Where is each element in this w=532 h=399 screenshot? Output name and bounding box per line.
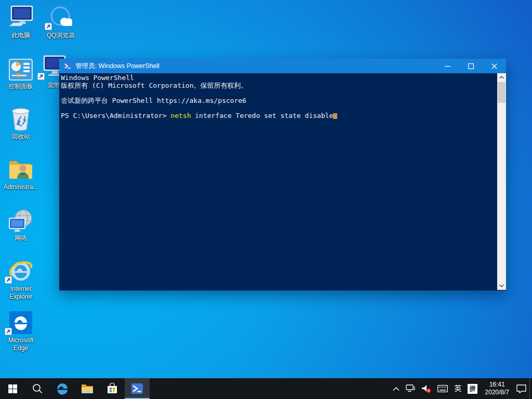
close-button[interactable] bbox=[483, 59, 506, 73]
windows-logo-icon bbox=[8, 384, 17, 393]
microsoft-edge-icon bbox=[1, 309, 41, 335]
console-scrollbar[interactable] bbox=[497, 73, 506, 290]
chevron-up-icon bbox=[393, 387, 400, 391]
clock-time: 16:41 bbox=[485, 381, 509, 389]
shortcut-arrow-icon bbox=[45, 23, 52, 30]
console-output[interactable]: Windows PowerShell 版权所有 (C) Microsoft Co… bbox=[59, 73, 506, 290]
console-line: 尝试新的跨平台 PowerShell https://aka.ms/pscore… bbox=[61, 97, 496, 105]
user-folder-icon bbox=[1, 156, 41, 182]
ime-mode-button[interactable]: 拼 bbox=[464, 378, 481, 399]
scroll-up-icon bbox=[499, 76, 504, 79]
powershell-icon bbox=[63, 62, 72, 70]
network-tray-button[interactable] bbox=[403, 378, 418, 399]
desktop-icon-qq-browser[interactable]: QQ浏览器 bbox=[41, 4, 81, 39]
desktop-icon-label: 此电脑 bbox=[1, 32, 41, 39]
taskbar-clock[interactable]: 16:41 2020/8/7 bbox=[481, 381, 513, 396]
console-line bbox=[61, 104, 496, 112]
language-indicator[interactable]: 英 bbox=[451, 378, 464, 399]
volume-muted-icon bbox=[421, 384, 431, 393]
ime-mode-label: 拼 bbox=[468, 384, 477, 394]
clock-date: 2020/8/7 bbox=[485, 389, 509, 396]
desktop-icon-recycle-bin[interactable]: 回收站 bbox=[1, 105, 41, 141]
taskbar-powershell-button[interactable] bbox=[125, 378, 150, 399]
taskbar-file-explorer-button[interactable] bbox=[75, 378, 100, 399]
window-title: 管理员: Windows PowerShell bbox=[75, 62, 436, 71]
system-tray: 英 拼 16:41 2020/8/7 bbox=[390, 378, 532, 399]
scroll-up-button[interactable] bbox=[497, 73, 506, 82]
desktop-icon-this-pc[interactable]: 此电脑 bbox=[1, 4, 41, 39]
shortcut-arrow-icon bbox=[5, 276, 12, 284]
shortcut-arrow-icon bbox=[37, 73, 45, 80]
prompt-prefix: PS C:\Users\Administrator> bbox=[61, 112, 170, 119]
desktop-icon-label: Administra... bbox=[1, 183, 41, 191]
scrollbar-thumb[interactable] bbox=[498, 82, 506, 103]
window-titlebar[interactable]: 管理员: Windows PowerShell bbox=[59, 59, 506, 73]
desktop-icon-label: QQ浏览器 bbox=[41, 32, 81, 39]
desktop-icon-label: 回收站 bbox=[1, 133, 41, 141]
network-icon bbox=[1, 207, 41, 233]
internet-explorer-icon bbox=[1, 258, 41, 284]
powershell-icon bbox=[131, 382, 143, 395]
this-pc-icon bbox=[1, 4, 41, 30]
console-prompt-line: PS C:\Users\Administrator> netsh interfa… bbox=[61, 112, 496, 120]
scroll-down-icon bbox=[499, 284, 504, 287]
command-text: netsh bbox=[170, 112, 191, 119]
console-line bbox=[61, 89, 496, 97]
desktop-icon-microsoft-edge[interactable]: Microsoft Edge bbox=[1, 309, 41, 352]
desktop-icon-internet-explorer[interactable]: Internet Explorer bbox=[1, 258, 41, 301]
maximize-icon bbox=[468, 63, 474, 69]
minimize-icon bbox=[445, 63, 450, 69]
recycle-bin-icon bbox=[1, 105, 41, 131]
ethernet-network-icon bbox=[406, 384, 415, 393]
desktop-icon-network[interactable]: 网络 bbox=[1, 207, 41, 242]
powershell-window: 管理员: Windows PowerShell Windows PowerShe… bbox=[59, 59, 506, 290]
scroll-down-button[interactable] bbox=[497, 282, 506, 290]
start-button[interactable] bbox=[0, 378, 25, 399]
touch-keyboard-button[interactable] bbox=[434, 378, 451, 399]
minimize-button[interactable] bbox=[436, 59, 459, 73]
file-explorer-icon bbox=[81, 383, 94, 394]
action-center-icon bbox=[516, 384, 526, 393]
desktop-icon-label: Microsoft Edge bbox=[1, 337, 41, 352]
console-line: Windows PowerShell bbox=[61, 74, 496, 82]
text-cursor bbox=[333, 113, 337, 119]
desktop-icon-label: Internet Explorer bbox=[1, 285, 41, 301]
show-hidden-icons-button[interactable] bbox=[390, 378, 403, 399]
taskbar: 英 拼 16:41 2020/8/7 bbox=[0, 378, 532, 399]
search-icon bbox=[32, 383, 43, 394]
desktop-icon-label: 网络 bbox=[1, 234, 41, 242]
qq-browser-icon bbox=[41, 4, 81, 30]
show-desktop-button[interactable] bbox=[529, 378, 532, 399]
desktop-icon-admin-folder[interactable]: Administra... bbox=[1, 156, 41, 191]
taskbar-edge-button[interactable] bbox=[50, 378, 75, 399]
action-center-button[interactable] bbox=[513, 378, 529, 399]
command-args: interface Teredo set state disable bbox=[191, 112, 333, 119]
close-icon bbox=[491, 63, 497, 69]
shortcut-arrow-icon bbox=[5, 328, 12, 335]
console-line: 版权所有 (C) Microsoft Corporation。保留所有权利。 bbox=[61, 82, 496, 90]
store-icon bbox=[107, 383, 118, 394]
volume-tray-button[interactable] bbox=[418, 378, 434, 399]
edge-icon bbox=[56, 382, 69, 395]
search-button[interactable] bbox=[25, 378, 50, 399]
maximize-button[interactable] bbox=[459, 59, 483, 73]
keyboard-icon bbox=[437, 385, 448, 392]
taskbar-store-button[interactable] bbox=[100, 378, 125, 399]
